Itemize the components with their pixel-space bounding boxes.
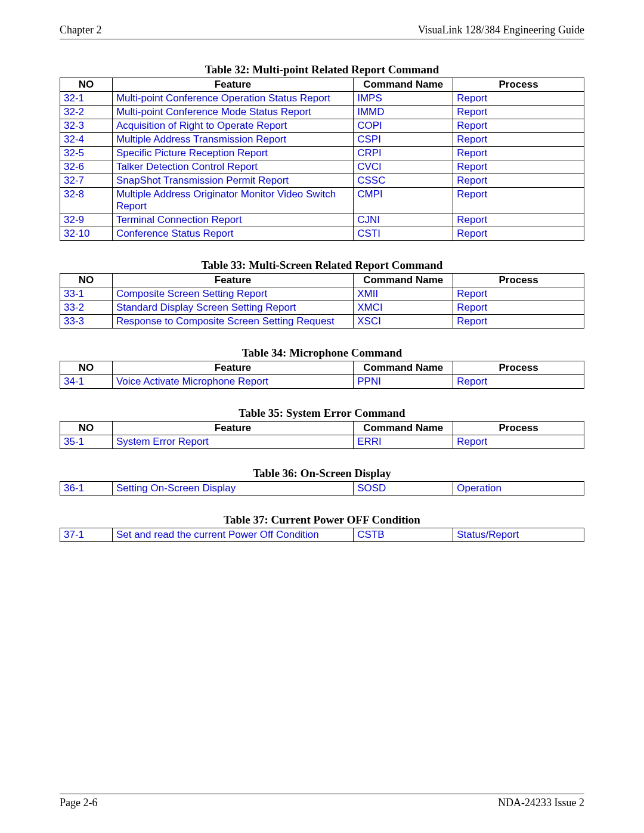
cell-no: 32-2: [60, 106, 113, 119]
cell-feature: Setting On-Screen Display: [112, 482, 353, 496]
cell-proc: Report: [453, 119, 584, 133]
header-right: VisuaLink 128/384 Engineering Guide: [418, 24, 584, 36]
cell-no: 32-8: [60, 188, 113, 213]
cell-proc: Report: [453, 106, 584, 119]
table-header-row: NOFeatureCommand NameProcess: [60, 361, 584, 375]
cell-feature: System Error Report: [112, 435, 353, 449]
table-row: 32-9Terminal Connection ReportCJNIReport: [60, 213, 584, 227]
table-header-cell: Process: [453, 274, 584, 287]
cell-cmd: XMCI: [354, 301, 453, 315]
cell-proc: Report: [453, 435, 584, 449]
cell-feature: Composite Screen Setting Report: [112, 287, 353, 301]
table-row: 32-10Conference Status ReportCSTIReport: [60, 227, 584, 241]
cell-no: 34-1: [60, 375, 113, 389]
cell-cmd: SOSD: [354, 482, 453, 496]
table-header-cell: NO: [60, 422, 113, 435]
cell-feature: Multi-point Conference Mode Status Repor…: [112, 106, 353, 119]
command-table: NOFeatureCommand NameProcess35-1System E…: [60, 421, 584, 449]
table-row: 32-7SnapShot Transmission Permit ReportC…: [60, 174, 584, 188]
cell-cmd: CRPI: [354, 147, 453, 160]
table-header-cell: Feature: [112, 361, 353, 375]
cell-proc: Report: [453, 174, 584, 188]
cell-proc: Report: [453, 375, 584, 389]
table-header-cell: Process: [453, 361, 584, 375]
cell-cmd: IMPS: [354, 92, 453, 106]
command-table: 37-1Set and read the current Power Off C…: [60, 528, 584, 542]
tables-container: Table 32: Multi-point Related Report Com…: [60, 63, 584, 542]
cell-no: 32-9: [60, 213, 113, 227]
header-left: Chapter 2: [60, 24, 101, 36]
table-header-cell: Feature: [112, 274, 353, 287]
cell-proc: Status/Report: [453, 528, 584, 542]
cell-cmd: CSPI: [354, 133, 453, 147]
table-header-cell: Command Name: [354, 422, 453, 435]
cell-no: 32-1: [60, 92, 113, 106]
table-header-cell: Command Name: [354, 78, 453, 92]
cell-feature: Terminal Connection Report: [112, 213, 353, 227]
cell-feature: Talker Detection Control Report: [112, 160, 353, 174]
cell-cmd: PPNI: [354, 375, 453, 389]
cell-feature: Voice Activate Microphone Report: [112, 375, 353, 389]
cell-cmd: CJNI: [354, 213, 453, 227]
cell-cmd: ERRI: [354, 435, 453, 449]
page-footer: Page 2-6 NDA-24233 Issue 2: [60, 794, 584, 809]
cell-no: 32-10: [60, 227, 113, 241]
page-header: Chapter 2 VisuaLink 128/384 Engineering …: [60, 24, 584, 39]
cell-no: 37-1: [60, 528, 113, 542]
cell-cmd: XSCI: [354, 315, 453, 329]
cell-proc: Report: [453, 287, 584, 301]
cell-feature: Conference Status Report: [112, 227, 353, 241]
table-header-cell: Feature: [112, 422, 353, 435]
table-caption: Table 35: System Error Command: [60, 407, 584, 420]
table-header-row: NOFeatureCommand NameProcess: [60, 274, 584, 287]
cell-no: 32-4: [60, 133, 113, 147]
page: Chapter 2 VisuaLink 128/384 Engineering …: [0, 0, 644, 542]
cell-cmd: CSSC: [354, 174, 453, 188]
table-row: 32-1Multi-point Conference Operation Sta…: [60, 92, 584, 106]
cell-cmd: CSTB: [354, 528, 453, 542]
cell-no: 35-1: [60, 435, 113, 449]
table-caption: Table 33: Multi-Screen Related Report Co…: [60, 259, 584, 272]
cell-cmd: CSTI: [354, 227, 453, 241]
cell-no: 33-3: [60, 315, 113, 329]
table-header-row: NOFeatureCommand NameProcess: [60, 422, 584, 435]
cell-feature: Acquisition of Right to Operate Report: [112, 119, 353, 133]
footer-right: NDA-24233 Issue 2: [498, 797, 584, 809]
cell-cmd: XMII: [354, 287, 453, 301]
table-row: 32-6Talker Detection Control ReportCVCIR…: [60, 160, 584, 174]
table-header-row: NOFeatureCommand NameProcess: [60, 78, 584, 92]
cell-feature: Multi-point Conference Operation Status …: [112, 92, 353, 106]
cell-no: 32-7: [60, 174, 113, 188]
cell-proc: Report: [453, 92, 584, 106]
cell-proc: Report: [453, 227, 584, 241]
table-row: 33-2Standard Display Screen Setting Repo…: [60, 301, 584, 315]
table-row: 36-1Setting On-Screen DisplaySOSDOperati…: [60, 482, 584, 496]
cell-proc: Report: [453, 147, 584, 160]
table-header-cell: NO: [60, 78, 113, 92]
cell-no: 33-1: [60, 287, 113, 301]
cell-feature: Set and read the current Power Off Condi…: [112, 528, 353, 542]
table-caption: Table 34: Microphone Command: [60, 346, 584, 360]
cell-proc: Report: [453, 315, 584, 329]
table-caption: Table 37: Current Power OFF Condition: [60, 513, 584, 527]
command-table: NOFeatureCommand NameProcess32-1Multi-po…: [60, 78, 584, 241]
cell-no: 33-2: [60, 301, 113, 315]
cell-no: 36-1: [60, 482, 113, 496]
cell-cmd: CVCI: [354, 160, 453, 174]
table-row: 33-1Composite Screen Setting ReportXMIIR…: [60, 287, 584, 301]
cell-proc: Report: [453, 301, 584, 315]
table-header-cell: Command Name: [354, 274, 453, 287]
table-row: 32-4Multiple Address Transmission Report…: [60, 133, 584, 147]
table-header-cell: Command Name: [354, 361, 453, 375]
command-table: 36-1Setting On-Screen DisplaySOSDOperati…: [60, 481, 584, 496]
table-row: 32-2Multi-point Conference Mode Status R…: [60, 106, 584, 119]
cell-feature: Multiple Address Transmission Report: [112, 133, 353, 147]
cell-proc: Report: [453, 213, 584, 227]
cell-cmd: CMPI: [354, 188, 453, 213]
cell-no: 32-3: [60, 119, 113, 133]
table-caption: Table 32: Multi-point Related Report Com…: [60, 63, 584, 76]
table-row: 32-3Acquisition of Right to Operate Repo…: [60, 119, 584, 133]
command-table: NOFeatureCommand NameProcess33-1Composit…: [60, 273, 584, 329]
cell-proc: Report: [453, 133, 584, 147]
table-row: 33-3Response to Composite Screen Setting…: [60, 315, 584, 329]
